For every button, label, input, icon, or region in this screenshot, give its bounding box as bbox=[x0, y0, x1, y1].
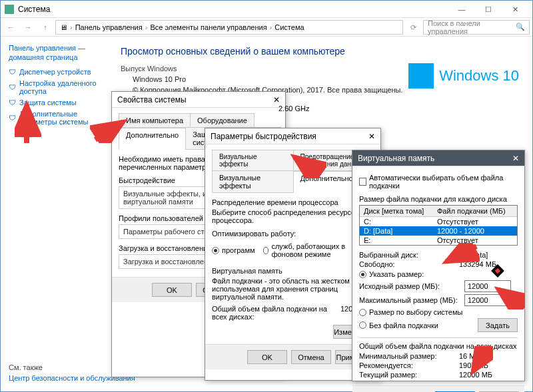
initial-size-input[interactable] bbox=[464, 280, 511, 292]
total-label: Общий объем файла подкачки на всех диска… bbox=[359, 337, 518, 350]
close-icon[interactable]: ✕ bbox=[512, 154, 519, 163]
shield-icon: 🛡 bbox=[9, 83, 16, 91]
disk-row-d[interactable]: D: [Data]12000 - 12000 bbox=[360, 226, 517, 236]
tab-hardware[interactable]: Оборудование bbox=[190, 113, 255, 127]
shield-icon: 🛡 bbox=[9, 68, 16, 76]
refresh-button[interactable]: ⟳ bbox=[406, 20, 420, 35]
cpu-fragment: 2.60 GHz bbox=[278, 104, 309, 112]
sched-text: Выберите способ распределения ресурсов п… bbox=[212, 208, 374, 224]
sysprops-title: Свойства системы✕ bbox=[112, 92, 285, 108]
tab-advanced[interactable]: Дополнительно bbox=[119, 128, 186, 150]
search-icon: 🔍 bbox=[516, 23, 525, 31]
system-icon bbox=[5, 5, 14, 14]
sidebar-item-devmgr[interactable]: 🛡Диспетчер устройств bbox=[9, 68, 99, 76]
tab-computer-name[interactable]: Имя компьютера bbox=[119, 113, 191, 127]
breadcrumb[interactable]: 🖥 › Панель управления › Все элементы пан… bbox=[55, 20, 403, 35]
disk-row-c[interactable]: C:Отсутствует bbox=[360, 217, 517, 226]
ok-button[interactable]: OK bbox=[152, 283, 192, 297]
system-managed-radio[interactable]: Размер по выбору системы bbox=[359, 308, 518, 316]
sidebar-item-remote[interactable]: 🛡Настройка удаленного доступа bbox=[9, 79, 99, 95]
opt-label: Оптимизировать работу: bbox=[212, 230, 374, 238]
search-input[interactable]: Поиск в панели управления 🔍 bbox=[423, 20, 530, 35]
minimize-button[interactable]: — bbox=[448, 2, 475, 17]
back-button[interactable]: ← bbox=[3, 20, 18, 35]
forward-button[interactable]: → bbox=[21, 20, 35, 35]
close-button[interactable]: ✕ bbox=[502, 2, 528, 17]
sidebar-item-protection[interactable]: 🛡Защита системы bbox=[9, 98, 99, 106]
no-paging-radio[interactable]: Без файла подкачки bbox=[359, 321, 478, 329]
sysprops-tabs: Имя компьютера Оборудование bbox=[119, 113, 278, 128]
page-title: Просмотр основных сведений о вашем компь… bbox=[121, 46, 519, 57]
shield-icon: 🛡 bbox=[9, 114, 16, 122]
sidebar: Панель управления — домашняя страница 🛡Д… bbox=[1, 37, 107, 391]
sidebar-item-advanced[interactable]: 🛡Дополнительные параметры системы bbox=[9, 110, 99, 126]
cancel-button[interactable]: Отмена bbox=[291, 350, 331, 364]
windows-logo-icon bbox=[408, 63, 434, 89]
windows-logo: Windows 10 bbox=[408, 63, 519, 89]
sidebar-home[interactable]: Панель управления — домашняя страница bbox=[9, 43, 99, 63]
breadcrumb-icon: 🖥 bbox=[60, 23, 67, 31]
window-title: Система bbox=[18, 5, 448, 14]
auto-checkbox[interactable]: Автоматически выбирать объем файла подка… bbox=[359, 174, 518, 190]
vm-text: Файл подкачки - это область на жестком д… bbox=[212, 277, 374, 301]
navbar: ← → ↑ 🖥 › Панель управления › Все элемен… bbox=[1, 18, 532, 37]
perf-title: Параметры быстродействия✕ bbox=[205, 128, 380, 144]
sched-label: Распределение времени процессора bbox=[212, 198, 374, 206]
up-button[interactable]: ↑ bbox=[38, 20, 53, 35]
tab-visual2[interactable]: Визуальные эффекты bbox=[212, 170, 294, 192]
vm-title: Виртуальная память✕ bbox=[352, 150, 524, 166]
close-icon[interactable]: ✕ bbox=[273, 95, 280, 104]
vm-label: Виртуальная память bbox=[212, 267, 374, 275]
set-button[interactable]: Задать bbox=[478, 318, 518, 332]
opt-programs[interactable]: программ bbox=[212, 242, 255, 258]
close-icon[interactable]: ✕ bbox=[368, 132, 375, 141]
max-size-input[interactable] bbox=[464, 294, 511, 306]
tab-visual[interactable]: Визуальные эффекты bbox=[212, 150, 294, 170]
maximize-button[interactable]: ☐ bbox=[475, 2, 502, 17]
each-label: Размер файла подкачки для каждого диска bbox=[359, 195, 518, 203]
disk-row-e[interactable]: E:Отсутствует bbox=[360, 236, 517, 245]
ok-button[interactable]: OK bbox=[247, 350, 287, 364]
titlebar: Система — ☐ ✕ bbox=[1, 1, 532, 18]
shield-icon: 🛡 bbox=[9, 98, 16, 106]
disk-list[interactable]: Диск [метка тома]Файл подкачки (МБ) C:От… bbox=[359, 205, 518, 246]
